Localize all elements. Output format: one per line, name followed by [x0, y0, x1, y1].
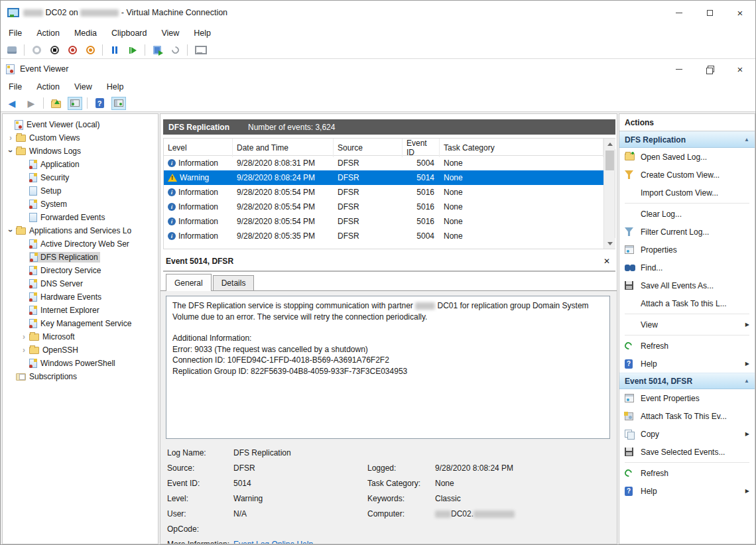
scrollbar-thumb[interactable]	[605, 151, 614, 170]
ev-menu-file[interactable]: File	[9, 82, 22, 91]
open-saved-log-button[interactable]	[48, 97, 63, 110]
column-date-time[interactable]: Date and Time	[233, 139, 334, 157]
tree-item-active-directory-web-services[interactable]: Active Directory Web Ser	[3, 237, 158, 251]
event-row[interactable]: iInformation 9/28/2020 8:05:35 PM DFSR 5…	[164, 229, 605, 243]
ev-restore-button[interactable]	[694, 59, 725, 79]
tab-general[interactable]: General	[166, 274, 212, 291]
event-description[interactable]: The DFS Replication service is stopping …	[166, 296, 610, 439]
column-task-category[interactable]: Task Category	[440, 139, 603, 157]
event-list-scrollbar[interactable]	[603, 139, 615, 249]
action-pane-toggle-button[interactable]	[111, 97, 126, 110]
action-save-selected-events[interactable]: Save Selected Events...	[619, 443, 755, 461]
action-copy[interactable]: Copy▶	[619, 425, 755, 443]
tree-item-key-management-service[interactable]: Key Management Service	[3, 317, 158, 330]
action-open-saved-log[interactable]: Open Saved Log...	[619, 148, 755, 166]
pause-button[interactable]	[109, 44, 121, 56]
tree-item-internet-explorer[interactable]: Internet Explorer	[3, 304, 158, 317]
event-row[interactable]: iInformation 9/28/2020 8:05:54 PM DFSR 5…	[164, 214, 605, 229]
action-clear-log[interactable]: Clear Log...	[619, 205, 755, 223]
vm-maximize-button[interactable]	[694, 1, 725, 25]
reset-button[interactable]	[127, 44, 139, 56]
detail-close-button[interactable]: ✕	[603, 257, 610, 266]
tree-item-forwarded-events[interactable]: Forwarded Events	[3, 211, 158, 224]
tree-item-setup[interactable]: Setup	[3, 184, 158, 198]
action-save-all-events-as[interactable]: Save All Events As...	[619, 276, 755, 294]
tree-item-application[interactable]: Application	[3, 158, 158, 171]
tree-item-dns-server[interactable]: DNS Server	[3, 277, 158, 290]
event-log-online-help-link[interactable]: Event Log Online Help	[233, 540, 313, 545]
tree-item-dfs-replication[interactable]: DFS Replication	[3, 251, 158, 264]
collapse-icon[interactable]: ▲	[744, 378, 749, 384]
action-help[interactable]: ?Help▶	[619, 355, 755, 373]
back-button[interactable]: ◀	[5, 97, 19, 110]
action-import-custom-view[interactable]: Import Custom View...	[619, 184, 755, 202]
ev-menu-help[interactable]: Help	[107, 82, 124, 91]
ev-close-button[interactable]: ×	[725, 59, 755, 79]
scroll-up-button[interactable]	[604, 139, 615, 149]
collapse-icon[interactable]: ▲	[744, 137, 749, 143]
tree-item-windows-powershell[interactable]: Windows PowerShell	[3, 357, 158, 370]
ctrl-alt-del-button[interactable]	[6, 44, 18, 56]
help-button[interactable]: ?	[92, 97, 107, 110]
actions-section-dfs-replication[interactable]: DFS Replication ▲	[619, 131, 755, 148]
tree-item-system[interactable]: System	[3, 198, 158, 211]
action-event-properties[interactable]: Event Properties	[619, 389, 755, 407]
toolbar-separator	[102, 44, 103, 56]
ev-menu-action[interactable]: Action	[36, 82, 60, 91]
action-properties[interactable]: Properties	[619, 241, 755, 259]
vm-menu-clipboard[interactable]: Clipboard	[111, 29, 147, 38]
event-row[interactable]: iInformation 9/28/2020 8:08:31 PM DFSR 5…	[164, 156, 605, 170]
action-create-custom-view[interactable]: Create Custom View...	[619, 166, 755, 184]
chevron-down-icon[interactable]: ›	[6, 225, 15, 236]
action-filter-current-log[interactable]: Filter Current Log...	[619, 223, 755, 241]
vm-menu-view[interactable]: View	[161, 29, 179, 38]
tree-item-windows-logs[interactable]: ›Windows Logs	[3, 145, 158, 158]
vm-menu-action[interactable]: Action	[36, 29, 60, 38]
turn-off-button[interactable]	[48, 44, 60, 56]
action-find[interactable]: Find...	[619, 259, 755, 276]
checkpoint-button[interactable]	[151, 44, 163, 56]
column-level[interactable]: Level	[164, 139, 233, 157]
forward-button[interactable]: ▶	[24, 97, 38, 110]
action-refresh-event[interactable]: Refresh	[619, 464, 755, 482]
enhanced-session-button[interactable]	[194, 44, 206, 56]
tree-item-applications-and-services[interactable]: ›Applications and Services Lo	[3, 224, 158, 237]
action-refresh[interactable]: Refresh	[619, 337, 755, 355]
start-button[interactable]	[31, 44, 42, 56]
tree-item-microsoft[interactable]: ›Microsoft	[3, 330, 158, 343]
event-row-selected[interactable]: Warning 9/28/2020 8:08:24 PM DFSR 5014 N…	[164, 170, 605, 185]
ev-minimize-button[interactable]	[664, 59, 694, 79]
tree-item-openssh[interactable]: ›OpenSSH	[3, 343, 158, 357]
tree-item-event-viewer-local[interactable]: Event Viewer (Local)	[3, 118, 158, 131]
action-attach-task-to-log[interactable]: Attach a Task To this L...	[619, 294, 755, 312]
action-view[interactable]: View▶	[619, 316, 755, 333]
chevron-right-icon[interactable]: ›	[19, 345, 29, 355]
action-attach-task-to-event[interactable]: Attach Task To This Ev...	[619, 407, 755, 425]
actions-section-event-5014[interactable]: Event 5014, DFSR ▲	[619, 373, 755, 389]
action-help-event[interactable]: ?Help▶	[619, 482, 755, 500]
tree-item-subscriptions[interactable]: Subscriptions	[3, 370, 158, 383]
tree-item-hardware-events[interactable]: Hardware Events	[3, 290, 158, 304]
tree-item-security[interactable]: Security	[3, 171, 158, 184]
tree-item-directory-service[interactable]: Directory Service	[3, 264, 158, 277]
save-state-button[interactable]	[84, 44, 96, 56]
chevron-right-icon[interactable]: ›	[19, 332, 29, 341]
vm-menu-media[interactable]: Media	[74, 29, 97, 38]
tab-details[interactable]: Details	[213, 275, 255, 291]
revert-button[interactable]	[169, 44, 181, 56]
event-row[interactable]: iInformation 9/28/2020 8:05:54 PM DFSR 5…	[164, 200, 605, 214]
ev-menu-view[interactable]: View	[74, 82, 92, 91]
tree-item-custom-views[interactable]: ›Custom Views	[3, 131, 158, 145]
chevron-right-icon[interactable]: ›	[5, 133, 16, 143]
vm-minimize-button[interactable]	[664, 1, 694, 25]
chevron-down-icon[interactable]: ›	[6, 146, 15, 156]
column-event-id[interactable]: Event ID	[403, 139, 440, 157]
vm-menu-help[interactable]: Help	[194, 29, 211, 38]
scroll-down-button[interactable]	[604, 238, 615, 249]
column-source[interactable]: Source	[334, 139, 403, 157]
shut-down-button[interactable]	[66, 44, 78, 56]
vm-close-button[interactable]: ×	[725, 1, 755, 25]
console-tree-toggle-button[interactable]	[68, 97, 82, 110]
event-row[interactable]: iInformation 9/28/2020 8:05:54 PM DFSR 5…	[164, 185, 605, 200]
vm-menu-file[interactable]: File	[9, 29, 22, 38]
